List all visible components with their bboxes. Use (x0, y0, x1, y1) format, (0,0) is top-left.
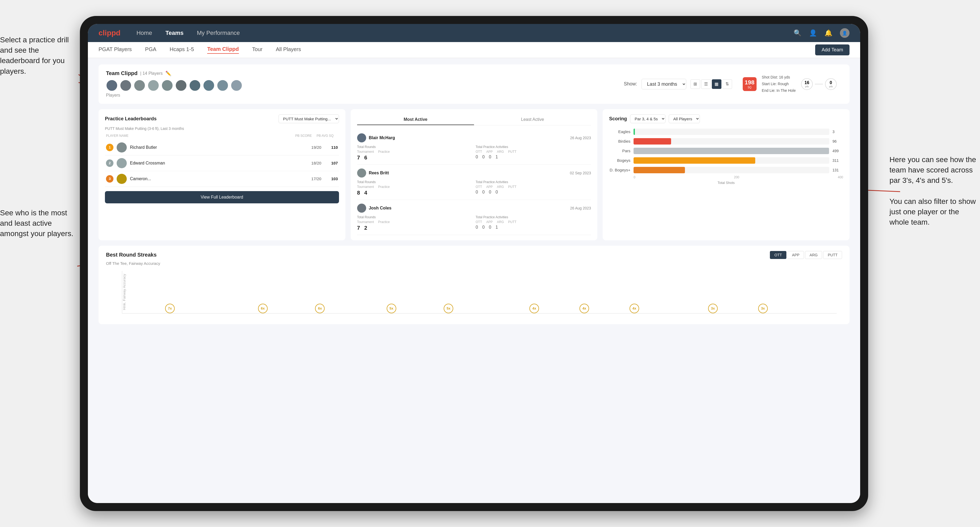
chart-row: D. Bogeys+ 131 (609, 167, 843, 173)
add-team-button[interactable]: Add Team (815, 44, 850, 56)
chart-bar-container (633, 148, 829, 154)
show-select[interactable]: Last 3 months (641, 79, 686, 89)
pa-practice-label-3: Total Practice Activities (476, 215, 591, 219)
pa-practice-sub-3: OTT APP ARG PUTT (476, 220, 591, 224)
end-lie: End Lie: In The Hole (762, 87, 796, 94)
lb-col-name: PLAYER NAME (106, 134, 295, 138)
main-content: Team Clippd | 14 Players ✏️ (88, 58, 860, 503)
player-avatar-2[interactable] (120, 79, 132, 91)
chart-label: Pars (609, 149, 630, 153)
connector-line (815, 84, 823, 84)
annotation-top-left: Select a practice drill and see the lead… (0, 35, 80, 76)
shot-score-box: 198 SQ (743, 77, 757, 91)
nav-item-performance[interactable]: My Performance (197, 30, 240, 37)
tab-most-active[interactable]: Most Active (357, 114, 474, 125)
sub-nav-all-players[interactable]: All Players (276, 46, 301, 54)
start-lie: Start Lie: Rough (762, 81, 796, 87)
streak-dot-circle: 3x (758, 304, 768, 313)
streak-filter-putt[interactable]: PUTT (823, 251, 842, 259)
player-avatar-10[interactable] (231, 79, 242, 91)
chart-value: 311 (832, 158, 843, 163)
nav-item-home[interactable]: Home (136, 30, 152, 37)
player-avatar-8[interactable] (203, 79, 215, 91)
annotation-right: Here you can see how the team have score… (889, 154, 980, 227)
chart-value: 3 (832, 130, 843, 134)
streak-dot-circle: 5x (387, 304, 396, 313)
leaderboard-row-1[interactable]: 1 Richard Butler 19/20 110 (105, 140, 339, 156)
team-players-section: Team Clippd | 14 Players ✏️ (106, 70, 624, 98)
streak-filter-app[interactable]: APP (788, 251, 804, 259)
pa-rounds-sub-3: Tournament Practice (357, 220, 473, 224)
sub-nav-hcaps[interactable]: Hcaps 1-5 (170, 46, 194, 54)
chart-bar (633, 129, 635, 135)
streaks-subtitle: Off The Tee, Fairway Accuracy (106, 261, 842, 266)
player-activity-header-3: Josh Coles 26 Aug 2023 (357, 204, 591, 213)
player-avatar-9[interactable] (217, 79, 229, 91)
player-avatar-1[interactable] (106, 79, 118, 91)
practice-card-header: Practice Leaderboards PUTT Must Make Put… (105, 114, 339, 123)
sort-btn[interactable]: ⇅ (722, 79, 732, 89)
shot-score: 198 (745, 79, 754, 86)
scoring-chart: Eagles 3 Birdies 96 Pars 499 Bogeys 311 … (609, 129, 843, 173)
streak-filter-ott[interactable]: OTT (770, 251, 786, 259)
team-players-row (106, 79, 624, 91)
player-avatar-4[interactable] (148, 79, 159, 91)
sub-nav-pgat[interactable]: PGAT Players (99, 46, 132, 54)
lb-rank-2: 2 (106, 159, 113, 167)
player-avatar-6[interactable] (175, 79, 187, 91)
card-view-btn[interactable]: ▦ (712, 79, 721, 89)
scoring-filter-par[interactable]: Par 3, 4 & 5s (630, 114, 665, 123)
players-label: Players (106, 93, 624, 98)
player-count: | 14 Players (140, 71, 163, 76)
lb-score-3: 17/20 (305, 176, 321, 181)
chart-bar-container (633, 157, 829, 163)
pa-avatar-1 (357, 133, 366, 142)
tablet-frame: clippd Home Teams My Performance 🔍 👤 🔔 👤… (80, 16, 868, 511)
chart-bar (633, 148, 829, 154)
pa-stat-practice-3: Total Practice Activities OTT APP ARG PU… (476, 215, 591, 231)
drill-select[interactable]: PUTT Must Make Putting... (278, 114, 339, 123)
view-full-leaderboard-button[interactable]: View Full Leaderboard (105, 191, 339, 203)
streak-filter-arg[interactable]: ARG (805, 251, 822, 259)
chart-row: Birdies 96 (609, 138, 843, 144)
leaderboard-row-2[interactable]: 2 Edward Crossman 18/20 107 (105, 156, 339, 171)
sub-nav-tour[interactable]: Tour (252, 46, 262, 54)
streaks-chart-area: Hmk. Fairway Accuracy 7x 6x 6x 5x 5x 4x … (122, 271, 837, 314)
streak-dot-circle: 7x (165, 304, 175, 313)
avatar[interactable]: 👤 (840, 28, 850, 38)
circle1-val: 16 (805, 80, 809, 85)
pa-stats-3: Total Rounds Tournament Practice 7 2 (357, 215, 591, 231)
edit-icon[interactable]: ✏️ (165, 71, 171, 76)
leaderboard-row-3[interactable]: 3 Cameron... 17/20 103 (105, 171, 339, 187)
list-view-btn[interactable]: ☰ (701, 79, 711, 89)
grid-view-btn[interactable]: ⊞ (690, 79, 700, 89)
player-activity-2: Rees Britt 02 Sep 2023 Total Rounds Tour… (357, 165, 591, 200)
bell-icon[interactable]: 🔔 (824, 29, 832, 37)
search-icon[interactable]: 🔍 (794, 29, 802, 37)
nav-item-teams[interactable]: Teams (165, 30, 183, 37)
show-label: Show: (624, 81, 637, 87)
pa-name-1: Blair McHarg (369, 135, 568, 140)
chart-bar-container (633, 167, 829, 173)
user-icon[interactable]: 👤 (809, 29, 817, 37)
player-activity-header-1: Blair McHarg 26 Aug 2023 (357, 133, 591, 142)
player-avatar-3[interactable] (134, 79, 145, 91)
player-avatar-7[interactable] (189, 79, 201, 91)
streak-dot: 6x (315, 304, 325, 313)
streak-dot: 4x (630, 304, 639, 313)
lb-rank-1: 1 (106, 144, 113, 151)
sub-nav-right: Add Team (815, 44, 850, 56)
lb-col-avg: PB AVG SQ (317, 134, 338, 138)
nav-logo: clippd (99, 29, 120, 37)
chart-value: 131 (832, 168, 843, 172)
sub-nav: PGAT Players PGA Hcaps 1-5 Team Clippd T… (88, 42, 860, 58)
scoring-filter-players[interactable]: All Players (669, 114, 700, 123)
drill-subtitle: PUTT Must Make Putting (3-6 ft), Last 3 … (105, 126, 339, 131)
tab-least-active[interactable]: Least Active (474, 114, 591, 125)
sub-nav-team-clippd[interactable]: Team Clippd (207, 46, 239, 54)
streak-dot: 3x (708, 304, 718, 313)
sub-nav-pga[interactable]: PGA (145, 46, 156, 54)
circle2-unit: yds (829, 85, 833, 88)
lb-avg-1: 110 (325, 145, 338, 149)
player-avatar-5[interactable] (161, 79, 173, 91)
